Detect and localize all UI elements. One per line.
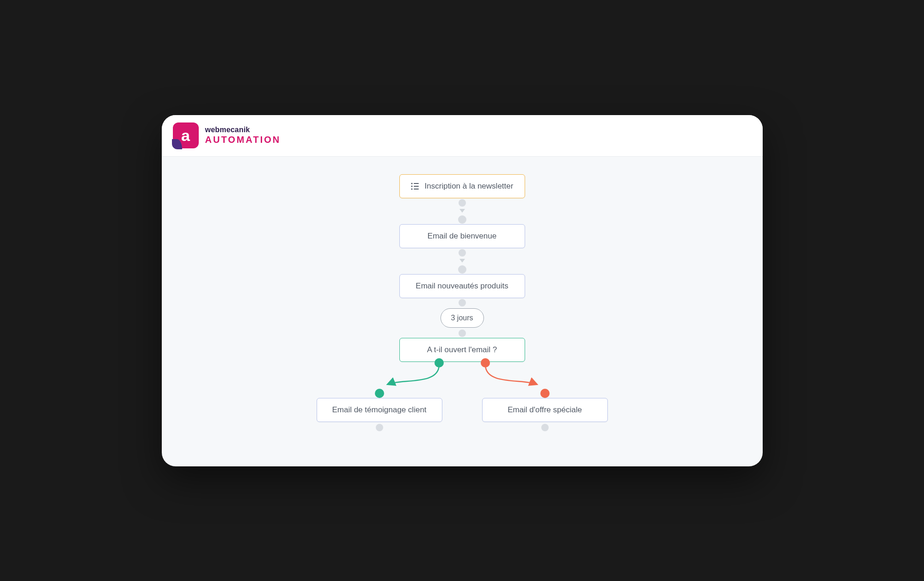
- connector-dot: [376, 424, 383, 431]
- decision-node[interactable]: A t-il ouvert l'email ?: [399, 338, 525, 362]
- action-node-welcome[interactable]: Email de bienvenue: [399, 224, 525, 248]
- delay-label: 3 jours: [451, 314, 473, 322]
- app-logo-badge: a: [173, 122, 199, 148]
- topbar: a webmecanik AUTOMATION: [162, 115, 763, 157]
- connector-dot: [541, 424, 549, 431]
- action-label: Email nouveautés produits: [416, 281, 508, 291]
- yes-in-port: [375, 389, 384, 398]
- connector-dot: [458, 265, 466, 274]
- decision-label: A t-il ouvert l'email ?: [427, 345, 497, 355]
- branch-yes-node[interactable]: Email de témoignage client: [317, 398, 442, 422]
- delay-pill[interactable]: 3 jours: [440, 308, 483, 328]
- branch-no-node[interactable]: Email d'offre spéciale: [482, 398, 608, 422]
- yes-port[interactable]: [434, 358, 444, 367]
- svg-rect-3: [414, 186, 419, 187]
- action-label: Email de bienvenue: [428, 232, 496, 241]
- action-node-news[interactable]: Email nouveautés produits: [399, 274, 525, 298]
- no-port[interactable]: [481, 358, 490, 367]
- svg-point-0: [411, 183, 412, 184]
- svg-rect-1: [414, 183, 419, 184]
- connector-dot: [459, 249, 466, 257]
- arrow-down-icon: [459, 259, 465, 263]
- connector-dot: [458, 215, 466, 224]
- svg-rect-5: [414, 189, 419, 190]
- app-window: a webmecanik AUTOMATION Inscription à la…: [162, 115, 763, 466]
- svg-point-4: [411, 188, 412, 190]
- brand-top: webmecanik: [205, 126, 281, 134]
- workflow-canvas[interactable]: Inscription à la newsletter Email de bie…: [162, 157, 763, 466]
- brand-bottom: AUTOMATION: [205, 135, 281, 145]
- no-in-port: [540, 389, 550, 398]
- svg-point-2: [411, 185, 412, 187]
- connector-dot: [459, 299, 466, 306]
- branch-no-label: Email d'offre spéciale: [508, 405, 582, 415]
- branch-yes-label: Email de témoignage client: [332, 405, 426, 415]
- trigger-node[interactable]: Inscription à la newsletter: [399, 174, 525, 198]
- connector-dot: [459, 330, 466, 337]
- arrow-down-icon: [459, 209, 465, 213]
- connector-dot: [459, 199, 466, 207]
- list-icon: [411, 183, 419, 190]
- app-logo-glyph: a: [181, 128, 190, 143]
- trigger-label: Inscription à la newsletter: [425, 182, 514, 191]
- app-logo-text: webmecanik AUTOMATION: [205, 126, 281, 145]
